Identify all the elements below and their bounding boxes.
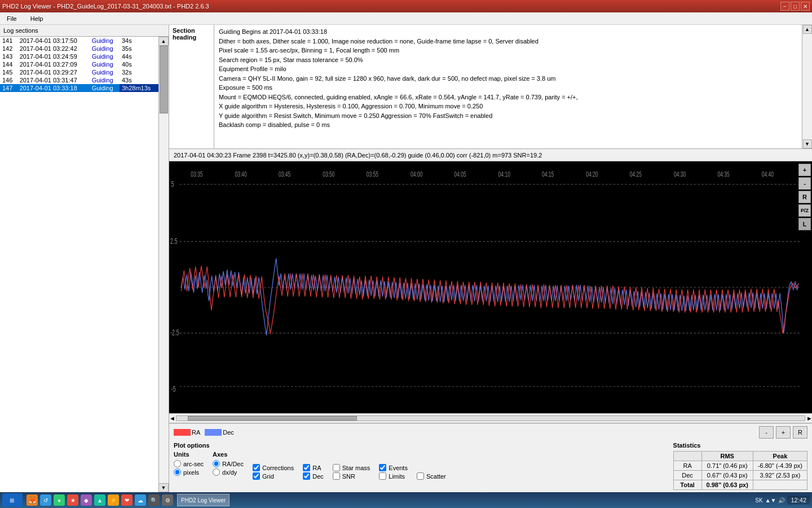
log-table-row[interactable]: 1462017-04-01 03:31:47Guiding43s [0, 76, 158, 84]
minimize-button[interactable]: − [780, 2, 789, 11]
limits-option: Limits [379, 472, 408, 480]
pz-button[interactable]: P/Z [798, 204, 811, 217]
svg-text:04:25: 04:25 [630, 170, 642, 178]
zoom-plus-button[interactable]: + [776, 426, 791, 439]
ra-checkbox[interactable] [303, 464, 310, 471]
chart-scroll-right[interactable]: ► [806, 415, 812, 422]
log-table-body: 1412017-04-01 03:17:50Guiding34s1422017-… [0, 37, 158, 92]
taskbar-icon-2[interactable]: ↺ [40, 494, 51, 506]
ra-dec-option: RA/Dec [213, 460, 244, 467]
taskbar-icon-8[interactable]: ❤ [121, 494, 133, 506]
legend: RA Dec [174, 429, 234, 436]
arc-sec-radio[interactable] [174, 460, 181, 467]
log-table-row[interactable]: 1442017-04-01 03:27:09Guiding40s [0, 60, 158, 68]
help-menu[interactable]: Help [26, 14, 48, 23]
ra-label: RA [192, 429, 200, 436]
limits-checkbox[interactable] [379, 472, 386, 480]
taskbar-icon-3[interactable]: ● [54, 494, 65, 506]
star-mass-checkbox[interactable] [333, 464, 340, 471]
zoom-in-button[interactable]: + [798, 164, 811, 176]
star-snr-column: Star mass SNR [333, 451, 370, 480]
log-table-row[interactable]: 1412017-04-01 03:17:50Guiding34s [0, 37, 158, 45]
guide-chart: 5 2.5 -5 -2.5 03:35 03:40 03:45 03:50 03… [169, 161, 812, 413]
scatter-checkbox[interactable] [417, 472, 424, 480]
svg-text:03:35: 03:35 [191, 170, 202, 178]
grid-label: Grid [262, 473, 274, 480]
corrections-checkbox[interactable] [253, 464, 260, 471]
clock-time: 12:42 [791, 497, 806, 503]
log-table-row[interactable]: 1472017-04-01 03:33:18Guiding3h28m13s [0, 84, 158, 92]
section-scroll-down[interactable]: ▼ [803, 139, 812, 148]
taskbar-icon-7[interactable]: ⚡ [108, 494, 119, 506]
start-button[interactable]: ⊞ [2, 493, 23, 507]
dec-label: Dec [223, 429, 234, 436]
taskbar-icon-6[interactable]: ▲ [94, 494, 105, 506]
pixels-radio[interactable] [174, 468, 181, 476]
taskbar-active-app[interactable]: PHD2 Log Viewer [177, 494, 230, 506]
taskbar-icon-5[interactable]: ◆ [81, 494, 92, 506]
grid-option: Grid [253, 472, 294, 480]
taskbar-icon-1[interactable]: 🦊 [27, 494, 38, 506]
ra-check-label: RA [312, 465, 321, 471]
log-table: 1412017-04-01 03:17:50Guiding34s1422017-… [0, 37, 158, 92]
reset-button[interactable]: R [798, 191, 811, 203]
l-button[interactable]: L [798, 218, 811, 230]
section-line: Equipment Profile = milo [219, 64, 797, 74]
clock: 12:42 [787, 496, 810, 505]
close-button[interactable]: ✕ [801, 2, 810, 11]
events-checkbox[interactable] [379, 464, 386, 471]
section-text-area[interactable]: Guiding Begins at 2017-04-01 03:33:18Dit… [214, 25, 802, 148]
taskbar-icon-11[interactable]: ⚙ [162, 494, 173, 506]
chart-scrollbar-thumb[interactable] [188, 416, 357, 421]
scatter-label: Scatter [426, 473, 446, 480]
chart-scroll-left[interactable]: ◄ [169, 415, 175, 422]
ra-check-option: RA [303, 464, 324, 471]
ra-dec-radio[interactable] [213, 460, 220, 467]
log-scroll-up[interactable]: ▲ [158, 37, 169, 46]
events-limits-column: Events Limits [379, 451, 408, 480]
log-table-row[interactable]: 1432017-04-01 03:24:59Guiding44s [0, 52, 158, 60]
bottom-area: RA Dec - + R Plot options [169, 423, 812, 492]
pixels-label: pixels [183, 469, 199, 476]
maximize-button[interactable]: □ [791, 2, 800, 11]
taskbar-icon-9[interactable]: ☁ [135, 494, 146, 506]
dec-checkbox[interactable] [303, 472, 310, 480]
limits-label: Limits [389, 473, 405, 480]
section-scrollbar: ▲ ▼ [802, 25, 812, 148]
log-scroll-down[interactable]: ▼ [158, 483, 169, 492]
log-table-row[interactable]: 1422017-04-01 03:22:42Guiding35s [0, 45, 158, 52]
snr-checkbox[interactable] [333, 472, 340, 480]
arc-sec-option: arc-sec [174, 460, 204, 467]
zoom-reset-button[interactable]: R [793, 426, 807, 439]
svg-text:-5: -5 [171, 384, 175, 394]
svg-text:⊞: ⊞ [10, 497, 14, 503]
dec-color-swatch [205, 429, 222, 436]
log-scrollbar-thumb[interactable] [160, 46, 168, 113]
svg-text:03:45: 03:45 [279, 170, 290, 178]
taskbar-network-icon: ▲▼ [765, 497, 776, 503]
grid-checkbox[interactable] [253, 472, 260, 480]
chart-side-buttons: + - R P/Z L [797, 161, 812, 233]
zoom-out-button[interactable]: - [798, 177, 811, 190]
dec-check-label: Dec [312, 473, 324, 480]
dx-dy-radio[interactable] [213, 468, 220, 476]
taskbar: ⊞ 🦊 ↺ ● ★ ◆ ▲ ⚡ ❤ ☁ 🔍 ⚙ PHD2 Log Viewer … [0, 492, 812, 508]
taskbar-icon-10[interactable]: 🔍 [148, 494, 160, 506]
axes-column: Axes RA/Dec dx/dy [213, 451, 244, 480]
section-line: Guiding Begins at 2017-04-01 03:33:18 [219, 27, 797, 37]
zoom-minus-button[interactable]: - [759, 426, 774, 439]
svg-text:03:50: 03:50 [323, 170, 334, 178]
section-line: Exposure = 500 ms [219, 83, 797, 93]
corrections-option: Corrections [253, 464, 294, 471]
stats-row: Dec0.67" (0.43 px)3.92" (2.53 px) [673, 471, 807, 480]
svg-text:04:00: 04:00 [411, 170, 422, 178]
chart-container[interactable]: 5 2.5 -5 -2.5 03:35 03:40 03:45 03:50 03… [169, 161, 812, 413]
stats-table: RMS Peak RA0.71" (0.46 px)-6.80" (-4.39 … [673, 451, 807, 490]
log-table-row[interactable]: 1452017-04-01 03:29:27Guiding32s [0, 68, 158, 76]
star-mass-option: Star mass [333, 464, 370, 471]
svg-text:5: 5 [171, 179, 174, 189]
file-menu[interactable]: File [2, 14, 21, 23]
svg-text:2.5: 2.5 [170, 237, 178, 246]
taskbar-icon-4[interactable]: ★ [67, 494, 78, 506]
section-scroll-up[interactable]: ▲ [803, 25, 812, 34]
